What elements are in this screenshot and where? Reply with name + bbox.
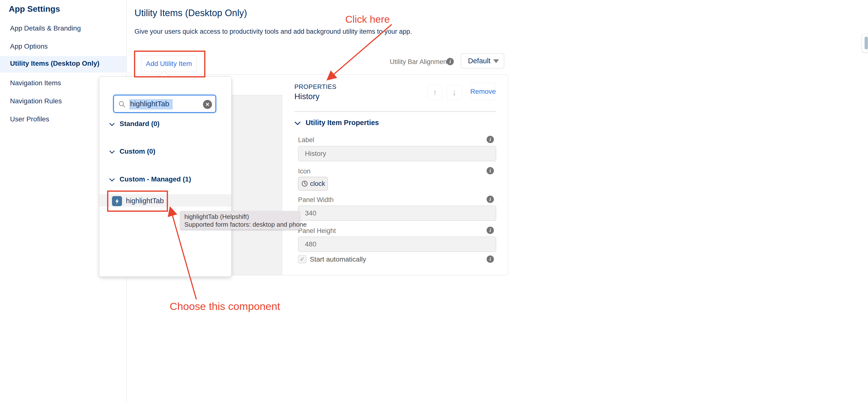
utility-bar-alignment-label: Utility Bar Alignment — [390, 58, 449, 66]
info-icon[interactable]: i — [487, 167, 494, 174]
clear-search-icon[interactable]: ✕ — [203, 100, 212, 109]
chevron-down-icon[interactable] — [294, 122, 301, 125]
annotation-box-component — [107, 191, 168, 212]
icon-value-chip[interactable]: clock — [298, 177, 328, 191]
move-down-button[interactable]: ↓ — [447, 85, 462, 100]
info-icon[interactable]: i — [487, 227, 494, 234]
app-settings-page: App Settings App Details & Branding App … — [0, 0, 868, 403]
panel-height-label: Panel Height — [298, 227, 336, 235]
section-custom-managed[interactable]: Custom - Managed (1) — [120, 175, 191, 183]
move-up-button[interactable]: ↑ — [427, 85, 442, 100]
chevron-down-icon[interactable] — [109, 123, 115, 126]
arrow-up-icon: ↑ — [433, 88, 437, 97]
properties-item-title: History — [294, 92, 319, 101]
alignment-dropdown-value: Default — [468, 57, 491, 65]
properties-eyebrow: PROPERTIES — [294, 83, 336, 91]
annotation-choose-component: Choose this component — [170, 300, 280, 312]
info-icon[interactable]: i — [487, 256, 494, 263]
component-search-input[interactable]: highlightTab ✕ — [113, 95, 216, 113]
section-custom[interactable]: Custom (0) — [120, 147, 155, 155]
chevron-down-icon[interactable] — [109, 150, 115, 154]
scrollbar-track[interactable] — [862, 33, 868, 53]
page-title: Utility Items (Desktop Only) — [134, 8, 247, 18]
sidebar-item-utility-items[interactable]: Utility Items (Desktop Only) — [0, 56, 126, 72]
start-automatically-checkbox[interactable]: ✓ — [298, 255, 306, 263]
info-icon[interactable]: i — [487, 136, 494, 143]
page-subtitle: Give your users quick access to producti… — [134, 28, 412, 35]
remove-button[interactable]: Remove — [470, 83, 496, 100]
utility-item-properties-header[interactable]: Utility Item Properties — [306, 119, 379, 127]
clock-icon — [301, 180, 308, 187]
sidebar-item-app-options[interactable]: App Options — [0, 39, 126, 56]
sidebar-title: App Settings — [9, 4, 60, 14]
info-icon[interactable]: i — [487, 196, 494, 203]
sidebar-item-app-details[interactable]: App Details & Branding — [0, 21, 126, 37]
label-field-input[interactable]: History — [298, 146, 496, 161]
component-tooltip: highlightTab (Helpshift) Supported form … — [180, 211, 300, 230]
info-icon[interactable]: i — [446, 58, 454, 65]
search-input-value: highlightTab — [129, 99, 173, 109]
arrow-down-icon: ↓ — [452, 88, 457, 97]
icon-value-text: clock — [310, 180, 325, 188]
chevron-down-icon — [493, 59, 499, 63]
panel-height-input[interactable]: 480 — [298, 237, 496, 252]
tooltip-line2: Supported form factors: desktop and phon… — [184, 221, 300, 228]
panel-width-label: Panel Width — [298, 196, 334, 204]
annotation-box-add-button — [134, 51, 206, 77]
properties-divider — [294, 111, 496, 112]
section-standard[interactable]: Standard (0) — [120, 120, 159, 128]
search-icon — [118, 100, 126, 108]
panel-width-input[interactable]: 340 — [298, 206, 496, 221]
label-field-label: Label — [298, 136, 314, 144]
scrollbar-thumb[interactable] — [865, 37, 868, 49]
tooltip-line1: highlightTab (Helpshift) — [184, 213, 300, 221]
icon-field-label: Icon — [298, 168, 311, 175]
chevron-down-icon[interactable] — [109, 178, 115, 182]
annotation-click-here: Click here — [345, 14, 390, 25]
start-automatically-label: Start automatically — [310, 256, 366, 263]
alignment-dropdown[interactable]: Default — [461, 53, 504, 68]
